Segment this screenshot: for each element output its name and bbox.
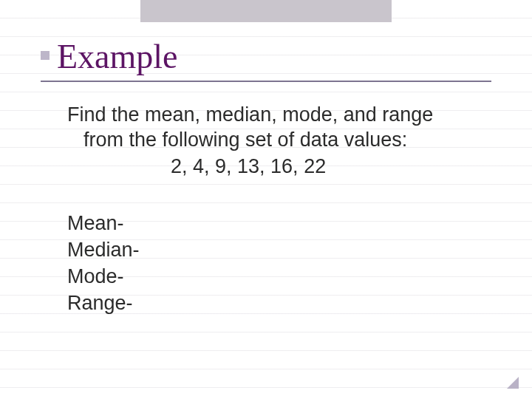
slide-body: Example Find the mean, median, mode, and… bbox=[0, 0, 532, 347]
data-values: 2, 4, 9, 13, 16, 22 bbox=[67, 154, 491, 180]
answer-median: Median- bbox=[67, 238, 491, 263]
slide-title: Example bbox=[57, 37, 178, 76]
answer-range: Range- bbox=[67, 291, 491, 316]
answers-block: Mean- Median- Mode- Range- bbox=[67, 211, 491, 316]
answer-mean: Mean- bbox=[67, 211, 491, 236]
prompt-line-2: from the following set of data values: bbox=[67, 128, 491, 153]
slide-content: Find the mean, median, mode, and range f… bbox=[41, 103, 491, 316]
title-row: Example bbox=[41, 37, 491, 82]
prompt-line-1: Find the mean, median, mode, and range bbox=[67, 103, 491, 128]
answer-mode: Mode- bbox=[67, 265, 491, 290]
title-bullet-icon bbox=[41, 51, 50, 60]
page-corner-icon bbox=[507, 377, 519, 389]
